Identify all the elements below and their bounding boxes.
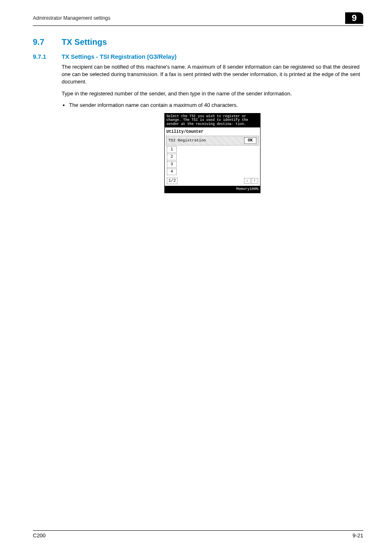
dialog-breadcrumb: Utility/Counter (165, 127, 260, 136)
dialog-title: TSI Registration (168, 138, 206, 143)
bullet-item: The sender information name can contain … (69, 102, 363, 109)
section-title: TX Settings (62, 37, 107, 47)
body-content: The recipient can be notified of this ma… (62, 63, 363, 193)
page-container: Administrator Management settings 9 9.7 … (0, 0, 392, 555)
subsection-title: TX Settings - TSI Registration (G3/Relay… (62, 53, 177, 60)
arrow-up-icon[interactable]: ↑ (251, 178, 258, 184)
footer-page-number: 9-21 (353, 532, 363, 539)
paragraph: The recipient can be notified of this ma… (62, 63, 363, 86)
chapter-badge: 9 (345, 12, 363, 24)
page-indicator: 1/2 (167, 178, 178, 184)
subsection-heading: 9.7.1 TX Settings - TSI Registration (G3… (33, 53, 363, 60)
page-header: Administrator Management settings 9 (33, 12, 363, 26)
memory-status: Memory100% (165, 186, 260, 193)
dialog-nav: 1/2 ↓ ↑ (165, 177, 260, 186)
ok-button[interactable]: OK (244, 137, 256, 144)
tsi-slot-4[interactable]: 4 (167, 169, 177, 175)
paragraph: Type in the registered number of the sen… (62, 90, 363, 97)
page-footer: C200 9-21 (33, 530, 363, 539)
subsection-number: 9.7.1 (33, 53, 62, 60)
embedded-screenshot: Select the TSI you wish to register or c… (62, 113, 363, 193)
arrow-down-icon[interactable]: ↓ (244, 178, 251, 184)
section-number: 9.7 (33, 37, 62, 47)
tsi-slot-3[interactable]: 3 (167, 161, 177, 168)
dialog-titlebar: TSI Registration OK (166, 136, 259, 146)
tsi-item-list: 1 2 3 4 (165, 146, 260, 177)
bullet-list: The sender information name can contain … (62, 102, 363, 109)
footer-model: C200 (33, 532, 46, 539)
tsi-slot-1[interactable]: 1 (167, 146, 177, 153)
tsi-slot-2[interactable]: 2 (167, 154, 177, 160)
section-heading: 9.7 TX Settings (33, 37, 363, 47)
dialog-instruction: Select the TSI you wish to register or c… (165, 113, 260, 127)
tsi-registration-dialog: Select the TSI you wish to register or c… (164, 113, 261, 193)
header-text: Administrator Management settings (33, 15, 111, 21)
